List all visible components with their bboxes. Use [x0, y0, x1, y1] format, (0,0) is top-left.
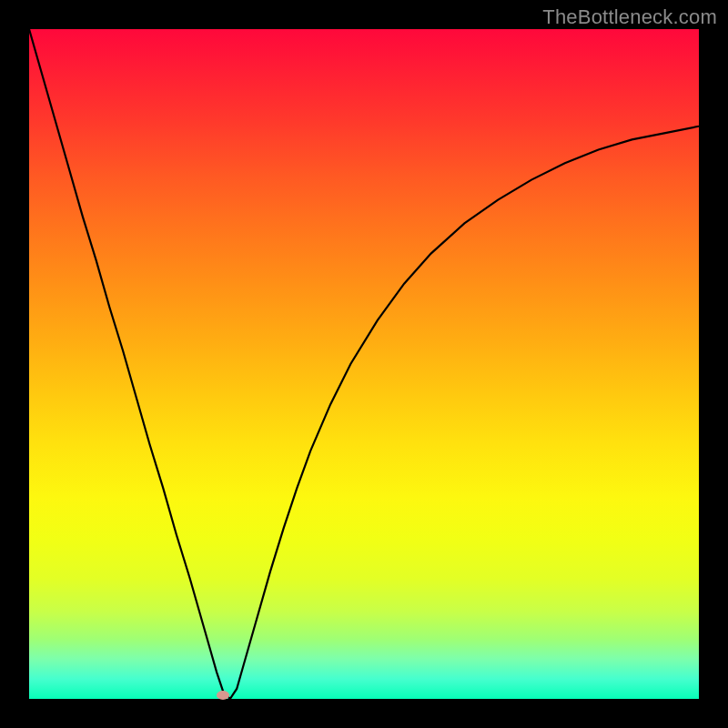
minimum-marker: [217, 691, 229, 700]
curve-path: [29, 29, 699, 699]
watermark-text: TheBottleneck.com: [542, 5, 717, 29]
bottleneck-curve: [29, 29, 699, 699]
chart-frame: TheBottleneck.com: [0, 0, 728, 728]
plot-area: [29, 29, 699, 699]
